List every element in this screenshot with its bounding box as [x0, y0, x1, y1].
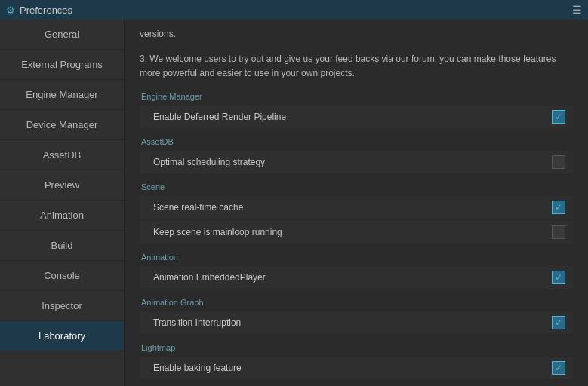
content-area: versions. 3. We welcome users to try out… [125, 20, 588, 386]
main-layout: General External Programs Engine Manager… [0, 20, 588, 386]
setting-label-baking: Enable baking feature [153, 363, 242, 373]
setting-label-scene-cache: Scene real-time cache [153, 202, 243, 213]
sidebar-label-laboratory: Laboratory [38, 330, 85, 342]
checkbox-transition-interruption[interactable] [552, 316, 565, 329]
section-header-animation-graph: Animation Graph [140, 298, 573, 307]
sidebar-item-build[interactable]: Build [0, 231, 124, 261]
section-header-animation: Animation [140, 253, 573, 262]
intro-text-versions: versions. [140, 27, 573, 41]
checkbox-embedded-player[interactable] [552, 271, 565, 284]
titlebar-title: Preferences [20, 5, 72, 16]
checkbox-checked-baking[interactable] [552, 361, 565, 375]
intro-text-welcome: 3. We welcome users to try out and give … [140, 52, 573, 81]
setting-label-transition-interruption: Transition Interruption [153, 317, 241, 328]
setting-label-deferred-render: Enable Deferred Render Pipeline [153, 112, 286, 122]
setting-label-mainloop: Keep scene is mainloop running [153, 227, 282, 237]
setting-row-embedded-player: Animation EmbeddedPlayer [140, 266, 573, 289]
setting-label-embedded-player: Animation EmbeddedPlayer [153, 272, 266, 283]
checkbox-checked-scene-cache[interactable] [552, 201, 565, 214]
checkbox-baking[interactable] [552, 361, 565, 375]
sidebar-label-device-manager: Device Manager [26, 119, 98, 130]
checkbox-checked-transition-interruption[interactable] [552, 316, 565, 329]
setting-row-transition-interruption: Transition Interruption [140, 311, 573, 334]
sidebar-label-inspector: Inspector [42, 300, 82, 311]
sidebar-item-assetdb[interactable]: AssetDB [0, 140, 124, 170]
sidebar-item-external-programs[interactable]: External Programs [0, 50, 124, 80]
sidebar-label-assetdb: AssetDB [43, 149, 82, 161]
sidebar-item-console[interactable]: Console [0, 261, 124, 291]
sidebar-item-general[interactable]: General [0, 20, 124, 50]
checkbox-deferred-render[interactable] [552, 110, 565, 124]
checkbox-unchecked-optimal-scheduling[interactable] [552, 155, 565, 169]
sidebar-item-laboratory[interactable]: Laboratory [0, 321, 124, 351]
checkbox-mainloop[interactable] [552, 225, 565, 239]
menu-icon[interactable]: ☰ [572, 4, 582, 16]
sidebar-label-general: General [45, 29, 79, 40]
section-header-scene: Scene [140, 182, 573, 191]
titlebar-left: ⚙ Preferences [6, 5, 72, 16]
sidebar-item-engine-manager[interactable]: Engine Manager [0, 80, 124, 110]
sidebar-label-animation: Animation [40, 210, 84, 221]
preferences-icon: ⚙ [6, 5, 15, 16]
sidebar-label-build: Build [51, 240, 73, 251]
sidebar-label-console: Console [44, 270, 80, 281]
checkbox-optimal-scheduling[interactable] [552, 155, 565, 169]
checkbox-unchecked-mainloop[interactable] [552, 225, 565, 239]
setting-row-mainloop: Keep scene is mainloop running [140, 221, 573, 244]
section-header-lightmap: Lightmap [140, 343, 573, 352]
section-header-assetdb: AssetDB [140, 137, 573, 146]
sidebar-item-preview[interactable]: Preview [0, 170, 124, 201]
setting-row-baking: Enable baking feature [140, 357, 573, 379]
checkbox-scene-cache[interactable] [552, 201, 565, 214]
titlebar: ⚙ Preferences ☰ [0, 0, 588, 20]
setting-label-optimal-scheduling: Optimal scheduling strategy [153, 157, 265, 167]
section-header-engine-manager: Engine Manager [140, 92, 573, 101]
sidebar-item-inspector[interactable]: Inspector [0, 291, 124, 321]
sidebar-item-device-manager[interactable]: Device Manager [0, 110, 124, 140]
sidebar-item-animation[interactable]: Animation [0, 201, 124, 231]
setting-row-scene-cache: Scene real-time cache [140, 196, 573, 219]
sidebar: General External Programs Engine Manager… [0, 20, 125, 386]
sidebar-label-external-programs: External Programs [21, 59, 103, 70]
checkbox-checked-embedded-player[interactable] [552, 271, 565, 284]
setting-row-optimal-scheduling: Optimal scheduling strategy [140, 151, 573, 173]
sidebar-label-preview: Preview [45, 179, 79, 191]
setting-row-deferred-render: Enable Deferred Render Pipeline [140, 106, 573, 128]
sidebar-label-engine-manager: Engine Manager [26, 89, 97, 100]
checkbox-checked-deferred-render[interactable] [552, 110, 565, 124]
